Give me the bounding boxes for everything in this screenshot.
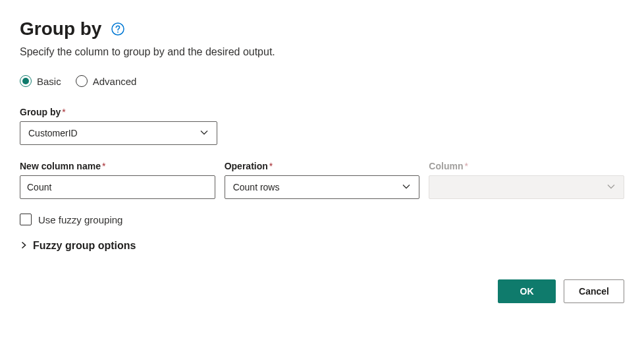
group-by-label: Group by* — [20, 107, 217, 117]
radio-basic[interactable]: Basic — [20, 75, 61, 87]
fuzzy-options-label: Fuzzy group options — [33, 240, 136, 252]
mode-radio-group: Basic Advanced — [20, 75, 624, 87]
chevron-down-icon — [606, 182, 616, 193]
cancel-button[interactable]: Cancel — [564, 279, 624, 303]
fuzzy-options-expander[interactable]: Fuzzy group options — [20, 240, 624, 252]
radio-dot-icon — [20, 75, 32, 87]
use-fuzzy-label: Use fuzzy grouping — [38, 214, 122, 225]
checkbox-box-icon — [20, 214, 32, 225]
radio-dot-icon — [76, 75, 88, 87]
chevron-down-icon — [200, 128, 209, 139]
svg-point-1 — [118, 32, 119, 33]
help-icon[interactable] — [111, 22, 125, 36]
radio-basic-label: Basic — [37, 76, 61, 87]
dialog-title: Group by — [20, 18, 101, 40]
column-label: Column* — [429, 161, 624, 171]
column-select — [429, 175, 624, 199]
use-fuzzy-checkbox[interactable]: Use fuzzy grouping — [20, 214, 624, 225]
group-by-value: CustomerID — [28, 128, 78, 138]
chevron-down-icon — [402, 182, 411, 193]
radio-advanced-label: Advanced — [93, 76, 137, 87]
operation-select[interactable]: Count rows — [225, 175, 420, 199]
new-column-name-label: New column name* — [20, 161, 215, 171]
dialog-subtitle: Specify the column to group by and the d… — [20, 46, 624, 58]
radio-advanced[interactable]: Advanced — [76, 75, 137, 87]
ok-button[interactable]: OK — [498, 279, 556, 303]
operation-label: Operation* — [225, 161, 420, 171]
group-by-select[interactable]: CustomerID — [20, 121, 217, 145]
chevron-right-icon — [20, 240, 28, 252]
operation-value: Count rows — [233, 182, 280, 192]
new-column-name-input[interactable] — [20, 175, 215, 199]
